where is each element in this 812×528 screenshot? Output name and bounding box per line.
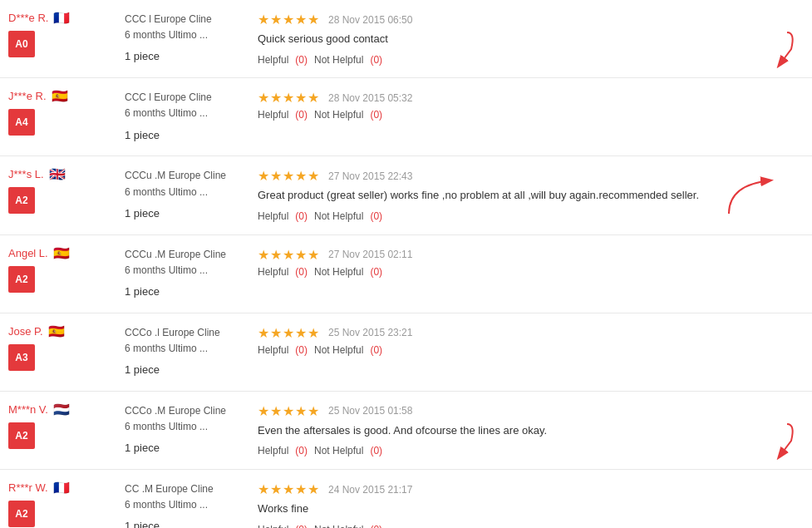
user-flag: 🇫🇷 — [53, 12, 70, 23]
review-row: J***s L. 🇬🇧 A2 CCCu .M Europe Cline 6 mo… — [0, 156, 812, 234]
star-rating: ★★★★★ — [258, 12, 320, 27]
user-column: Angel L. 🇪🇸 A2 — [8, 247, 116, 293]
helpful-button[interactable]: (0) — [295, 54, 308, 66]
product-line1: CCCu .M Europe Cline — [125, 247, 241, 263]
avatar-badge: A3 — [8, 344, 35, 371]
product-line1: CCCo .l Europe Cline — [125, 325, 241, 341]
quantity: 1 piece — [125, 127, 241, 145]
helpful-label: Helpful — [258, 109, 288, 121]
product-column: CCC l Europe Cline 6 months Ultimo ... 1… — [116, 90, 249, 144]
product-column: CCC l Europe Cline 6 months Ultimo ... 1… — [116, 12, 249, 66]
review-text: Great product (great seller) works fine … — [258, 187, 795, 204]
username[interactable]: J***e R. — [8, 90, 47, 102]
review-date: 25 Nov 2015 23:21 — [328, 327, 412, 338]
product-line1: CCCu .M Europe Cline — [125, 168, 241, 184]
helpful-label: Helpful — [258, 524, 288, 528]
review-column: ★★★★★ 24 Nov 2015 21:17 Works fine Helpf… — [249, 481, 804, 528]
helpful-button[interactable]: (0) — [295, 524, 308, 528]
helpful-button[interactable]: (0) — [295, 210, 308, 222]
quantity: 1 piece — [125, 440, 241, 457]
product-line1: CCC l Europe Cline — [125, 12, 241, 27]
user-flag: 🇬🇧 — [49, 169, 66, 180]
not-helpful-button[interactable]: (0) — [370, 210, 382, 222]
review-date: 27 Nov 2015 22:43 — [328, 170, 412, 182]
product-column: CCCu .M Europe Cline 6 months Ultimo ...… — [116, 247, 249, 301]
user-column: Jose P. 🇪🇸 A3 — [8, 325, 116, 371]
not-helpful-label: Not Helpful — [314, 344, 363, 356]
avatar-badge: A2 — [8, 501, 35, 527]
helpful-label: Helpful — [258, 344, 288, 356]
avatar-badge: A2 — [8, 187, 35, 214]
username[interactable]: Angel L. — [8, 247, 48, 259]
star-rating: ★★★★★ — [258, 90, 320, 106]
user-column: M***n V. 🇳🇱 A2 — [8, 403, 116, 449]
quantity: 1 piece — [125, 284, 241, 301]
not-helpful-button[interactable]: (0) — [370, 524, 382, 528]
product-column: CCCo .l Europe Cline 6 months Ultimo ...… — [116, 325, 249, 379]
not-helpful-label: Not Helpful — [314, 210, 363, 222]
review-column: ★★★★★ 27 Nov 2015 02:11 Helpful (0) Not … — [249, 247, 804, 278]
review-text: Quick serious good contact — [258, 31, 795, 47]
not-helpful-button[interactable]: (0) — [370, 54, 382, 66]
star-rating: ★★★★★ — [258, 403, 320, 419]
helpful-button[interactable]: (0) — [295, 344, 308, 356]
user-column: J***s L. 🇬🇧 A2 — [8, 168, 116, 214]
product-line2: 6 months Ultimo ... — [125, 106, 241, 121]
helpful-button[interactable]: (0) — [295, 266, 308, 278]
product-line2: 6 months Ultimo ... — [125, 27, 241, 43]
review-date: 28 Nov 2015 06:50 — [328, 14, 412, 26]
review-column: ★★★★★ 28 Nov 2015 05:32 Helpful (0) Not … — [249, 90, 804, 121]
not-helpful-label: Not Helpful — [314, 266, 363, 278]
username[interactable]: D***e R. — [8, 12, 48, 24]
quantity: 1 piece — [125, 362, 241, 379]
user-column: D***e R. 🇫🇷 A0 — [8, 12, 116, 57]
user-flag: 🇪🇸 — [52, 91, 68, 101]
review-row: M***n V. 🇳🇱 A2 CCCo .M Europe Cline 6 mo… — [0, 392, 812, 470]
product-column: CCCu .M Europe Cline 6 months Ultimo ...… — [116, 168, 249, 222]
review-text: Works fine — [258, 501, 795, 517]
helpful-button[interactable]: (0) — [295, 109, 308, 121]
star-rating: ★★★★★ — [258, 168, 320, 184]
review-row: Jose P. 🇪🇸 A3 CCCo .l Europe Cline 6 mon… — [0, 313, 812, 392]
product-line1: CCC l Europe Cline — [125, 90, 241, 106]
review-column: ★★★★★ 28 Nov 2015 06:50 Quick serious go… — [249, 12, 804, 66]
product-line1: CCCo .M Europe Cline — [125, 403, 241, 419]
not-helpful-label: Not Helpful — [314, 524, 363, 528]
user-flag: 🇳🇱 — [53, 404, 70, 415]
not-helpful-button[interactable]: (0) — [370, 445, 382, 456]
helpful-label: Helpful — [258, 445, 288, 456]
username[interactable]: M***n V. — [8, 403, 48, 416]
review-row: J***e R. 🇪🇸 A4 CCC l Europe Cline 6 mont… — [0, 78, 812, 156]
username[interactable]: J***s L. — [8, 168, 44, 180]
helpful-label: Helpful — [258, 266, 288, 278]
review-row: R***r W. 🇫🇷 A2 CC .M Europe Cline 6 mont… — [0, 470, 812, 528]
product-line2: 6 months Ultimo ... — [125, 497, 241, 513]
helpful-label: Helpful — [258, 210, 288, 222]
review-date: 28 Nov 2015 05:32 — [328, 92, 412, 104]
username[interactable]: Jose P. — [8, 325, 43, 338]
avatar-badge: A2 — [8, 266, 35, 293]
product-line2: 6 months Ultimo ... — [125, 185, 241, 200]
quantity: 1 piece — [125, 205, 241, 223]
quantity: 1 piece — [125, 48, 241, 66]
product-line1: CC .M Europe Cline — [125, 481, 241, 497]
username[interactable]: R***r W. — [8, 481, 48, 494]
review-date: 25 Nov 2015 01:58 — [328, 405, 412, 417]
not-helpful-button[interactable]: (0) — [370, 266, 382, 278]
product-line2: 6 months Ultimo ... — [125, 341, 241, 357]
not-helpful-button[interactable]: (0) — [370, 109, 382, 121]
avatar-badge: A4 — [8, 109, 35, 136]
not-helpful-label: Not Helpful — [314, 109, 363, 121]
product-column: CCCo .M Europe Cline 6 months Ultimo ...… — [116, 403, 249, 457]
review-date: 27 Nov 2015 02:11 — [328, 249, 412, 260]
avatar-badge: A2 — [8, 422, 35, 449]
not-helpful-button[interactable]: (0) — [370, 344, 382, 356]
user-column: R***r W. 🇫🇷 A2 — [8, 481, 116, 527]
star-rating: ★★★★★ — [258, 325, 320, 341]
review-date: 24 Nov 2015 21:17 — [328, 484, 412, 496]
helpful-label: Helpful — [258, 54, 288, 66]
user-flag: 🇫🇷 — [53, 482, 70, 493]
not-helpful-label: Not Helpful — [314, 54, 363, 66]
review-list: D***e R. 🇫🇷 A0 CCC l Europe Cline 6 mont… — [0, 0, 812, 528]
helpful-button[interactable]: (0) — [295, 445, 308, 456]
